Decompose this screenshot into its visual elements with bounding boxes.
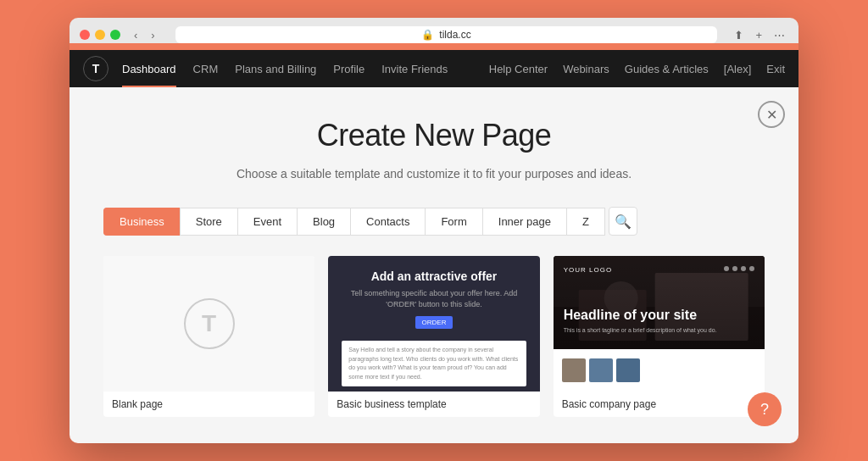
- biz-cta-button: ORDER: [415, 316, 453, 329]
- company-headline: Headline of your site: [564, 307, 754, 323]
- close-modal-button[interactable]: ✕: [758, 101, 785, 128]
- company-label: Basic company page: [554, 392, 765, 417]
- template-card-business[interactable]: Add an attractive offer Tell something s…: [328, 256, 539, 417]
- address-bar[interactable]: 🔒 tilda.cc: [175, 26, 718, 43]
- modal-title: Create New Page: [103, 118, 765, 153]
- nav-exit[interactable]: Exit: [766, 51, 785, 87]
- fullscreen-traffic-light[interactable]: [110, 30, 120, 40]
- browser-controls: ‹ ›: [131, 27, 159, 43]
- company-nav-dot-1: [724, 266, 729, 271]
- company-nav-bar: YOUR LOGO: [564, 266, 754, 274]
- blank-label: Blank page: [103, 392, 314, 417]
- nav-item-billing[interactable]: Plans and Billing: [235, 51, 316, 87]
- biz-body: Say Hello and tell a story about the com…: [342, 341, 526, 386]
- company-sub: This is a short tagline or a brief descr…: [564, 326, 754, 335]
- company-thumb-2: [589, 358, 613, 382]
- close-icon: ✕: [766, 107, 777, 123]
- company-nav-dot-4: [749, 266, 754, 271]
- company-preview: YOUR LOGO Headline of your site This is …: [554, 256, 765, 392]
- nav-user: [Alex]: [724, 63, 752, 75]
- search-tab-button[interactable]: 🔍: [609, 207, 637, 236]
- company-thumb-3: [616, 358, 640, 382]
- main-content: ✕ Create New Page Choose a suitable temp…: [70, 87, 798, 443]
- nav-logo[interactable]: T: [83, 56, 108, 81]
- company-bottom-section: [554, 349, 765, 392]
- new-tab-button[interactable]: +: [752, 27, 765, 43]
- biz-hero-sub: Tell something specific about your offer…: [342, 288, 526, 309]
- template-grid: T Blank page Add an attractive offer Tel…: [103, 256, 765, 417]
- blank-logo: T: [184, 298, 235, 349]
- biz-hero-title: Add an attractive offer: [371, 269, 498, 283]
- tab-z[interactable]: Z: [566, 208, 605, 236]
- tab-contacts[interactable]: Contacts: [350, 208, 425, 236]
- browser-window: ‹ › 🔒 tilda.cc ⬆ + ⋯ T Dashboard CRM: [70, 18, 798, 443]
- browser-chrome: ‹ › 🔒 tilda.cc ⬆ + ⋯: [70, 18, 798, 43]
- tab-form[interactable]: Form: [425, 208, 481, 236]
- forward-button[interactable]: ›: [147, 27, 158, 43]
- company-thumb-1: [562, 358, 586, 382]
- help-icon: ?: [760, 401, 769, 419]
- tab-store[interactable]: Store: [180, 208, 237, 236]
- url-text: tilda.cc: [439, 29, 470, 41]
- nav-item-profile[interactable]: Profile: [333, 51, 364, 87]
- nav-item-crm[interactable]: CRM: [193, 51, 219, 87]
- traffic-lights: [80, 30, 120, 40]
- template-card-company[interactable]: YOUR LOGO Headline of your site This is …: [554, 256, 765, 417]
- company-nav-dot-2: [732, 266, 737, 271]
- template-tabs: Business Store Event Blog Contacts Form …: [103, 207, 765, 236]
- blank-preview: T: [103, 256, 314, 392]
- close-traffic-light[interactable]: [80, 30, 90, 40]
- nav-item-help[interactable]: Help Center: [489, 51, 548, 87]
- tab-inner[interactable]: Inner page: [482, 208, 566, 236]
- business-preview: Add an attractive offer Tell something s…: [328, 256, 539, 392]
- modal-subtitle: Choose a suitable template and customize…: [103, 165, 765, 183]
- tab-business[interactable]: Business: [103, 208, 180, 236]
- nav-item-dashboard[interactable]: Dashboard: [122, 51, 176, 87]
- back-button[interactable]: ‹: [131, 27, 141, 43]
- template-card-blank[interactable]: T Blank page: [103, 256, 314, 417]
- nav-right: Help Center Webinars Guides & Articles […: [489, 51, 785, 87]
- nav-item-webinars[interactable]: Webinars: [563, 51, 609, 87]
- nav-item-guides[interactable]: Guides & Articles: [625, 51, 709, 87]
- search-icon: 🔍: [615, 214, 632, 230]
- nav-left: Dashboard CRM Plans and Billing Profile …: [122, 51, 489, 87]
- logo-text: T: [92, 62, 100, 75]
- app-nav: T Dashboard CRM Plans and Billing Profil…: [70, 50, 798, 87]
- tab-blog[interactable]: Blog: [297, 208, 350, 236]
- tab-event[interactable]: Event: [237, 208, 297, 236]
- minimize-traffic-light[interactable]: [95, 30, 105, 40]
- lock-icon: 🔒: [421, 29, 434, 41]
- company-logo-text: YOUR LOGO: [564, 266, 612, 274]
- company-nav-dot-3: [741, 266, 746, 271]
- company-nav-dots: [724, 266, 754, 274]
- nav-item-invite[interactable]: Invite Friends: [381, 51, 448, 87]
- business-label: Basic business template: [328, 392, 539, 417]
- help-button[interactable]: ?: [748, 392, 782, 426]
- more-button[interactable]: ⋯: [771, 27, 788, 43]
- tilda-logo-icon: T: [202, 310, 216, 337]
- browser-actions: ⬆ + ⋯: [731, 27, 788, 43]
- browser-titlebar: ‹ › 🔒 tilda.cc ⬆ + ⋯: [80, 26, 788, 43]
- biz-body-text: Say Hello and tell a story about the com…: [348, 346, 519, 381]
- share-button[interactable]: ⬆: [731, 27, 747, 43]
